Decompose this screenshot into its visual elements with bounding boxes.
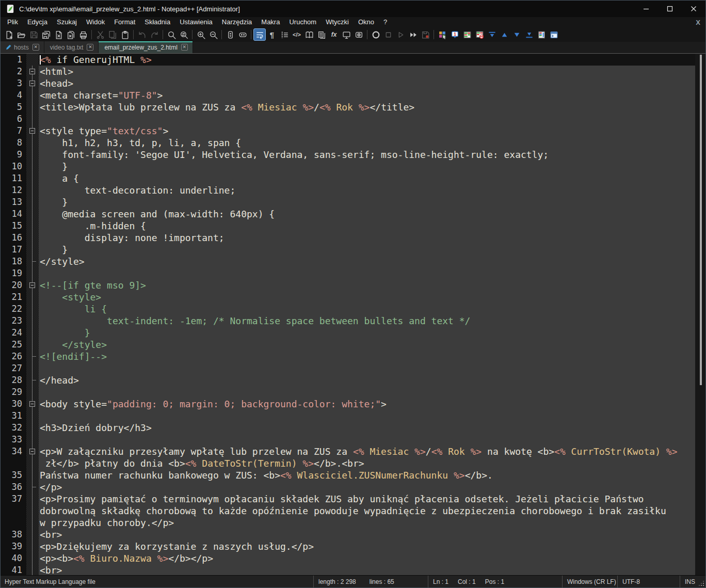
- code-line-21: 21 <style>: [1, 291, 695, 303]
- function-list-icon[interactable]: fx: [328, 28, 340, 41]
- minimize-button[interactable]: [634, 1, 658, 17]
- vertical-scrollbar[interactable]: [695, 54, 705, 575]
- html-tag-icon[interactable]: </>: [291, 28, 303, 41]
- compare-clear-icon[interactable]: [473, 28, 486, 41]
- customize-toolbar-icon[interactable]: [436, 28, 448, 41]
- open-file-icon[interactable]: [15, 28, 27, 41]
- zoom-out-icon[interactable]: [207, 28, 219, 41]
- fold-collapse-icon[interactable]: [29, 128, 35, 134]
- fold-collapse-icon[interactable]: [29, 282, 35, 288]
- code-line-16: 16 display: none !important;: [1, 232, 695, 244]
- code-line-content: <p>Prosimy pamiętać o terminowym opłacan…: [39, 493, 695, 505]
- compare-first-icon[interactable]: [486, 28, 498, 41]
- macro-stop-icon[interactable]: [382, 28, 394, 41]
- print-icon[interactable]: [77, 28, 89, 41]
- code-text: </style>: [39, 256, 85, 267]
- find-icon[interactable]: [165, 28, 178, 41]
- code-text: <p>Dziękujemy za korzystanie z naszych u…: [39, 541, 314, 552]
- status-encoding[interactable]: UTF-8: [617, 576, 680, 587]
- tab-email-przelew-zus[interactable]: email_przelew_zus_2.html✕: [99, 41, 192, 53]
- editor-pane[interactable]: 1<% if GenerujHTML %>2<html>3<head>4<met…: [1, 54, 705, 575]
- fold-margin: [26, 232, 39, 244]
- fold-margin: [26, 315, 39, 327]
- status-typing-mode[interactable]: INS: [680, 576, 697, 587]
- fold-margin: [26, 564, 39, 575]
- tab-video-tag[interactable]: video tag.txt✕: [44, 41, 99, 53]
- fold-collapse-icon[interactable]: [29, 401, 35, 407]
- close-all-icon[interactable]: [65, 28, 77, 41]
- scrollbar-thumb[interactable]: [700, 55, 702, 385]
- menu-item-narzedzia[interactable]: Narzędzia: [217, 17, 257, 27]
- macro-run-multiple-icon[interactable]: [407, 28, 419, 41]
- replace-icon[interactable]: [178, 28, 190, 41]
- line-number: 5: [1, 101, 26, 113]
- compare-last-icon[interactable]: [523, 28, 535, 41]
- fold-collapse-icon[interactable]: [29, 449, 35, 454]
- fold-margin: [26, 469, 39, 481]
- word-wrap-icon[interactable]: [253, 28, 266, 41]
- menu-item-edycja[interactable]: Edycja: [23, 17, 52, 27]
- macro-record-icon[interactable]: [370, 28, 382, 41]
- menu-item-widok[interactable]: Widok: [82, 17, 109, 27]
- menu-item-help[interactable]: ?: [379, 17, 392, 27]
- compare-set-first-icon[interactable]: 1: [448, 28, 461, 41]
- close-button[interactable]: [682, 1, 705, 17]
- resize-grip[interactable]: [697, 576, 705, 587]
- code-line-17: 17 }: [1, 244, 695, 256]
- code-area[interactable]: 1<% if GenerujHTML %>2<html>3<head>4<met…: [1, 54, 695, 575]
- maximize-button[interactable]: [658, 1, 682, 17]
- new-file-icon[interactable]: [3, 28, 15, 41]
- close-tab-icon[interactable]: ✕: [87, 44, 93, 51]
- doc-map-icon[interactable]: [303, 28, 315, 41]
- sync-vertical-icon[interactable]: [224, 28, 236, 41]
- compare-icon[interactable]: [461, 28, 473, 41]
- menu-item-skladnia[interactable]: Składnia: [140, 17, 175, 27]
- code-line-content: }: [39, 244, 695, 256]
- show-all-characters-icon[interactable]: ¶: [266, 28, 278, 41]
- macro-play-icon[interactable]: [394, 28, 407, 41]
- doc-switcher-icon[interactable]: [340, 28, 352, 41]
- indent-guide-icon[interactable]: [278, 28, 291, 41]
- fold-collapse-icon[interactable]: [29, 81, 35, 86]
- menu-item-makra[interactable]: Makra: [256, 17, 284, 27]
- line-number: [1, 457, 26, 469]
- zoom-in-icon[interactable]: [195, 28, 207, 41]
- close-tab-icon[interactable]: ✕: [33, 44, 39, 51]
- compare-next-icon[interactable]: [510, 28, 523, 41]
- status-eol-format[interactable]: Windows (CR LF): [562, 576, 617, 587]
- code-line-content: <% if GenerujHTML %>: [39, 54, 695, 66]
- status-caret-position: Ln : 1 Col : 1 Pos : 1: [428, 576, 562, 587]
- monitoring-icon[interactable]: [352, 28, 365, 41]
- doc-list-icon[interactable]: [315, 28, 328, 41]
- menu-item-uruchom[interactable]: Uruchom: [284, 17, 321, 27]
- compare-prev-icon[interactable]: [498, 28, 510, 41]
- redo-icon[interactable]: [148, 28, 161, 41]
- menu-item-ustawienia[interactable]: Ustawienia: [175, 17, 217, 27]
- cut-icon[interactable]: [94, 28, 106, 41]
- copy-icon[interactable]: [106, 28, 119, 41]
- save-icon[interactable]: [27, 28, 40, 41]
- save-all-icon[interactable]: [40, 28, 52, 41]
- menu-item-okno[interactable]: Okno: [354, 17, 379, 27]
- compare-nav-bar-icon[interactable]: [535, 28, 548, 41]
- close-document-x[interactable]: X: [696, 19, 700, 26]
- code-line-content: h1, h2, h3, td, p, li, a, span {: [39, 137, 695, 149]
- fold-collapse-icon[interactable]: [29, 69, 35, 74]
- fold-margin: [26, 398, 39, 410]
- sync-horizontal-icon[interactable]: [236, 28, 249, 41]
- menu-item-szukaj[interactable]: Szukaj: [52, 17, 82, 27]
- paste-icon[interactable]: [119, 28, 131, 41]
- menu-item-plik[interactable]: Plik: [3, 17, 23, 27]
- fold-margin: [26, 113, 39, 125]
- code-line-41: 41<br>: [1, 564, 695, 575]
- macro-save-icon[interactable]: [419, 28, 431, 41]
- line-number: 18: [1, 256, 26, 267]
- tab-hosts[interactable]: hosts✕: [1, 41, 44, 53]
- code-line-29: 29: [1, 386, 695, 398]
- show-console-icon[interactable]: [548, 28, 560, 41]
- close-file-icon[interactable]: [52, 28, 65, 41]
- menu-item-format[interactable]: Format: [109, 17, 140, 27]
- menu-item-wtyczki[interactable]: Wtyczki: [321, 17, 354, 27]
- undo-icon[interactable]: [136, 28, 148, 41]
- close-tab-icon[interactable]: ✕: [181, 44, 188, 51]
